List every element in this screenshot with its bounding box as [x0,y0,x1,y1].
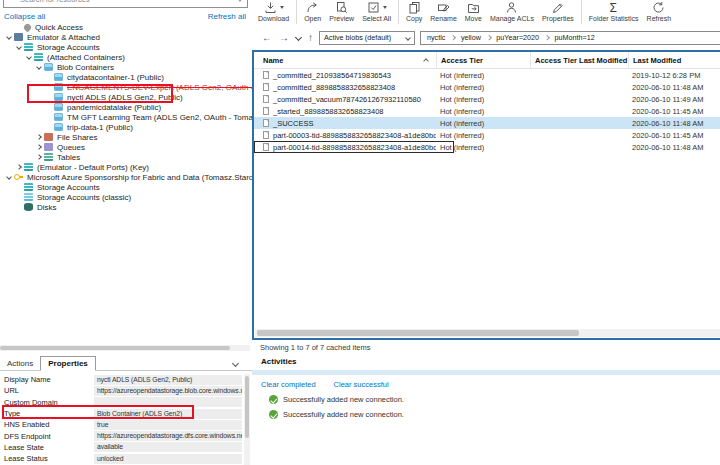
select-all-button[interactable]: Select All [358,0,395,22]
up-arrow-icon[interactable]: ↑ [308,33,313,43]
clear-completed-link[interactable]: Clear completed [261,380,316,389]
blob-row[interactable]: _started_8898858832658823408 Hot (inferr… [254,105,720,117]
last-modified-cell: 2020-06-10 11:48 AM [628,83,720,92]
view-selector-dropdown[interactable]: Active blobs (default) [319,31,415,45]
open-button[interactable]: Open [300,0,325,22]
property-label: URL [0,386,94,395]
breadcrumb-item-container[interactable]: nyctlc [427,33,445,42]
access-tier-cell: Hot (inferred) [436,143,530,152]
column-header-access-tier[interactable]: Access Tier [436,52,530,69]
blob-row[interactable]: _committed_210938564719836543 Hot (infer… [254,69,720,81]
manage-acls-button[interactable]: Manage ACLs [486,0,538,22]
tree-item-queues[interactable]: Queues [0,142,252,152]
chevron-collapsed-icon[interactable] [36,134,42,140]
properties-panel-tab-bar: Actions Properties [0,353,252,371]
tab-properties[interactable]: Properties [40,356,96,371]
breadcrumb-item-folder[interactable]: puMonth=12 [555,33,595,42]
tree-item-azure-sponsorship[interactable]: Microsoft Azure Sponsorship for Fabric a… [0,172,252,182]
blob-row[interactable]: part-00003-tid-8898858832658823408-a1de8… [254,129,720,141]
toolbar-separator [296,0,297,24]
back-arrow-icon[interactable]: ← [262,33,272,43]
open-icon [306,1,319,14]
last-modified-cell: 2020-06-10 11:48 AM [628,119,720,128]
column-header-access-tier-last-modified[interactable]: Access Tier Last Modified [530,52,628,69]
chevron-down-icon [405,35,411,41]
rename-button[interactable]: Rename [426,0,460,22]
blob-name: _started_8898858832658823408 [273,107,384,116]
chevron-expanded-icon[interactable] [36,64,42,70]
breadcrumb[interactable]: nyctlc yellow puYear=2020 puMonth=12 [420,31,720,45]
tree-item-attached-containers[interactable]: (Attached Containers) [0,52,252,62]
refresh-all-link[interactable]: Refresh all [208,12,246,21]
tree-item-citydatacontainer[interactable]: citydatacontainer-1 (Public) [0,72,252,82]
move-button[interactable]: Move [461,0,486,22]
folder-statistics-button[interactable]: Σ Folder Statistics [585,0,643,22]
download-button[interactable]: Download [254,0,293,22]
refresh-button[interactable]: Refresh [643,0,676,22]
tree-item-storage-accounts-classic[interactable]: Storage Accounts (classic) [0,192,252,202]
chevron-expanded-icon[interactable] [16,44,22,50]
activities-panel: Clear completed Clear successful Success… [252,375,720,465]
tree-item-tables[interactable]: Tables [0,152,252,162]
clear-successful-link[interactable]: Clear successful [334,380,389,389]
storage-accounts-icon [24,183,33,191]
blob-containers-icon [44,63,53,71]
properties-button[interactable]: Properties [538,0,578,22]
scrollbar-thumb[interactable] [245,376,249,438]
tree-horizontal-scrollbar[interactable] [0,345,250,351]
list-horizontal-scrollbar[interactable] [255,329,720,337]
chevron-collapsed-icon[interactable] [16,164,22,170]
blob-row-focused[interactable]: part-00014-tid-8898858832658823408-a1de8… [254,141,720,153]
tree-item-nyctl-adls[interactable]: nyctl ADLS (ADLS Gen2, Public) [0,92,252,102]
preview-button[interactable]: Preview [325,0,358,22]
key-icon [14,173,23,181]
forward-arrow-icon[interactable]: → [279,33,289,43]
breadcrumb-item-folder[interactable]: puYear=2020 [496,33,539,42]
tree-item-disks[interactable]: Disks [0,202,252,212]
scrollbar-thumb[interactable] [0,346,230,350]
tree-item-blob-containers[interactable]: Blob Containers [0,62,252,72]
copy-button[interactable]: Copy [402,0,426,22]
tree-item-sub-storage-accounts[interactable]: Storage Accounts [0,182,252,192]
chevron-expanded-icon[interactable] [26,54,32,60]
tree-item-pandemicdatalake[interactable]: pandemicdatalake (Public) [0,102,252,112]
tree-item-tm-gft-learning-team[interactable]: TM GFT Learning Team (ADLS Gen2, OAuth -… [0,112,252,122]
success-check-icon [269,410,278,419]
chevron-collapsed-icon[interactable] [36,144,42,150]
chevron-down-icon[interactable] [232,360,239,367]
tab-actions[interactable]: Actions [0,357,40,370]
property-value: nyctl ADLS (ADLS Gen2, Public) [94,375,242,385]
chevron-collapsed-icon[interactable] [36,154,42,160]
tree-item-emulator-attached[interactable]: Emulator & Attached [0,32,252,42]
storage-explorer-window: Search for resources Collapse all Refres… [0,0,720,465]
dropdown-caret-icon[interactable] [383,6,387,9]
tree-item-emulator-default-ports[interactable]: (Emulator - Default Ports) (Key) [0,162,252,172]
column-header-last-modified[interactable]: Last Modified [628,52,720,69]
blob-row[interactable]: _committed_vacuum7874261267932110580 Hot… [254,93,720,105]
blob-row-selected[interactable]: _SUCCESS Hot (inferred) 2020-06-10 11:48… [254,117,720,129]
column-header-name[interactable]: Name [254,52,436,69]
queues-icon [44,143,53,151]
storage-accounts-classic-icon [24,193,33,201]
breadcrumb-item-folder[interactable]: yellow [461,33,481,42]
resource-search-input[interactable]: Search for resources [3,0,248,8]
tree-item-storage-accounts[interactable]: Storage Accounts [0,42,252,52]
chevron-expanded-icon[interactable] [6,174,12,180]
folder-statistics-icon: Σ [607,1,620,14]
collapse-all-link[interactable]: Collapse all [4,12,45,21]
properties-vertical-scrollbar[interactable] [244,374,250,465]
property-row: Lease State available [0,442,244,453]
scrollbar-thumb[interactable] [257,330,579,336]
tree-item-engagements-dev-expert[interactable]: ENGAGEMENTS-DEV-Expert (ADLS Gen2, OAuth… [0,82,252,92]
tab-activities[interactable]: Activities [252,354,306,370]
file-icon [263,83,269,91]
chevron-expanded-icon[interactable] [6,34,12,40]
tree-item-file-shares[interactable]: File Shares [0,132,252,142]
history-chevron-icon[interactable] [295,34,302,41]
file-icon [263,107,269,115]
tree-item-quick-access[interactable]: Quick Access [0,22,252,32]
blob-row[interactable]: _committed_8898858832658823408 Hot (infe… [254,81,720,93]
blob-name-cell: part-00003-tid-8898858832658823408-a1de8… [254,131,436,140]
tree-item-trip-data-1[interactable]: trip-data-1 (Public) [0,122,252,132]
dropdown-caret-icon[interactable] [280,6,284,9]
